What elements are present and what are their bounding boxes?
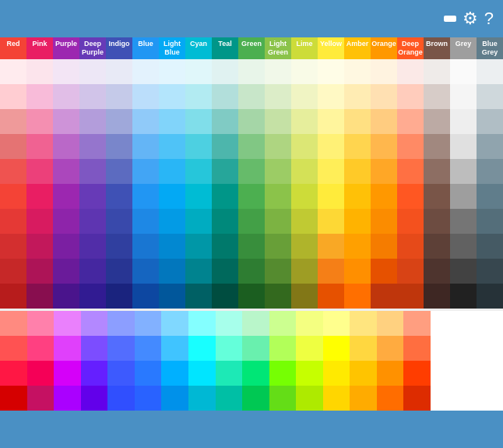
color-cell[interactable]: [397, 284, 424, 309]
color-cell[interactable]: [212, 259, 238, 284]
color-cell[interactable]: [344, 234, 371, 259]
accent-cell[interactable]: [323, 361, 350, 386]
color-cell[interactable]: [79, 209, 106, 234]
color-cell[interactable]: [477, 84, 503, 109]
color-cell[interactable]: [26, 284, 53, 309]
color-cell[interactable]: [371, 284, 397, 309]
color-cell[interactable]: [397, 159, 424, 184]
color-cell[interactable]: [53, 234, 79, 259]
color-cell[interactable]: [0, 159, 26, 184]
color-cell[interactable]: [424, 109, 450, 134]
color-cell[interactable]: [344, 259, 371, 284]
color-cell[interactable]: [185, 234, 212, 259]
accent-cell[interactable]: [242, 311, 269, 336]
color-cell[interactable]: [371, 209, 397, 234]
color-cell[interactable]: [424, 184, 450, 209]
accent-cell[interactable]: [188, 336, 216, 361]
color-cell[interactable]: [397, 134, 424, 159]
color-cell[interactable]: [159, 59, 185, 84]
color-cell[interactable]: [212, 234, 238, 259]
color-cell[interactable]: [265, 284, 291, 309]
color-cell[interactable]: [477, 184, 503, 209]
accent-cell[interactable]: [107, 386, 135, 411]
accent-cell[interactable]: [161, 336, 188, 361]
color-cell[interactable]: [371, 159, 397, 184]
accent-cell[interactable]: [81, 311, 108, 336]
color-cell[interactable]: [26, 234, 53, 259]
color-cell[interactable]: [106, 284, 132, 309]
color-cell[interactable]: [318, 259, 344, 284]
accent-cell[interactable]: [27, 311, 55, 336]
accent-cell[interactable]: [81, 386, 108, 411]
color-cell[interactable]: [159, 84, 185, 109]
color-cell[interactable]: [450, 59, 477, 84]
accent-cell[interactable]: [188, 311, 216, 336]
settings-button[interactable]: ⚙: [463, 10, 478, 27]
color-cell[interactable]: [344, 209, 371, 234]
color-cell[interactable]: [291, 234, 318, 259]
color-cell[interactable]: [265, 59, 291, 84]
accent-cell[interactable]: [216, 311, 243, 336]
color-cell[interactable]: [26, 159, 53, 184]
color-cell[interactable]: [477, 159, 503, 184]
color-cell[interactable]: [185, 59, 212, 84]
accent-cell[interactable]: [323, 336, 350, 361]
color-cell[interactable]: [344, 84, 371, 109]
color-cell[interactable]: [79, 134, 106, 159]
color-cell[interactable]: [26, 184, 53, 209]
color-cell[interactable]: [238, 109, 265, 134]
color-cell[interactable]: [132, 134, 159, 159]
accent-cell[interactable]: [27, 336, 55, 361]
color-cell[interactable]: [106, 59, 132, 84]
color-cell[interactable]: [26, 84, 53, 109]
color-cell[interactable]: [318, 184, 344, 209]
color-cell[interactable]: [53, 284, 79, 309]
color-cell[interactable]: [53, 84, 79, 109]
color-cell[interactable]: [318, 284, 344, 309]
color-cell[interactable]: [106, 134, 132, 159]
accent-cell[interactable]: [242, 361, 269, 386]
accent-cell[interactable]: [0, 336, 27, 361]
accent-cell[interactable]: [27, 361, 55, 386]
color-cell[interactable]: [238, 209, 265, 234]
color-cell[interactable]: [450, 284, 477, 309]
color-cell[interactable]: [450, 259, 477, 284]
color-cell[interactable]: [79, 184, 106, 209]
color-cell[interactable]: [318, 159, 344, 184]
color-cell[interactable]: [238, 159, 265, 184]
color-cell[interactable]: [132, 109, 159, 134]
color-cell[interactable]: [53, 184, 79, 209]
color-cell[interactable]: [185, 184, 212, 209]
color-cell[interactable]: [0, 209, 26, 234]
color-cell[interactable]: [265, 209, 291, 234]
accent-cell[interactable]: [135, 311, 162, 336]
accent-cell[interactable]: [242, 386, 269, 411]
color-cell[interactable]: [0, 109, 26, 134]
color-cell[interactable]: [397, 59, 424, 84]
color-cell[interactable]: [159, 134, 185, 159]
accent-cell[interactable]: [107, 361, 135, 386]
color-cell[interactable]: [26, 259, 53, 284]
color-cell[interactable]: [185, 134, 212, 159]
color-cell[interactable]: [159, 109, 185, 134]
color-cell[interactable]: [26, 209, 53, 234]
color-cell[interactable]: [265, 159, 291, 184]
color-cell[interactable]: [265, 134, 291, 159]
accent-cell[interactable]: [188, 361, 216, 386]
color-cell[interactable]: [397, 84, 424, 109]
color-cell[interactable]: [450, 184, 477, 209]
color-cell[interactable]: [53, 259, 79, 284]
color-cell[interactable]: [53, 109, 79, 134]
color-cell[interactable]: [424, 259, 450, 284]
color-cell[interactable]: [106, 184, 132, 209]
accent-cell[interactable]: [350, 336, 377, 361]
color-cell[interactable]: [0, 84, 26, 109]
color-cell[interactable]: [477, 134, 503, 159]
color-cell[interactable]: [450, 84, 477, 109]
color-cell[interactable]: [397, 234, 424, 259]
color-cell[interactable]: [424, 159, 450, 184]
accent-cell[interactable]: [296, 336, 323, 361]
color-cell[interactable]: [185, 259, 212, 284]
color-cell[interactable]: [212, 134, 238, 159]
color-cell[interactable]: [159, 209, 185, 234]
